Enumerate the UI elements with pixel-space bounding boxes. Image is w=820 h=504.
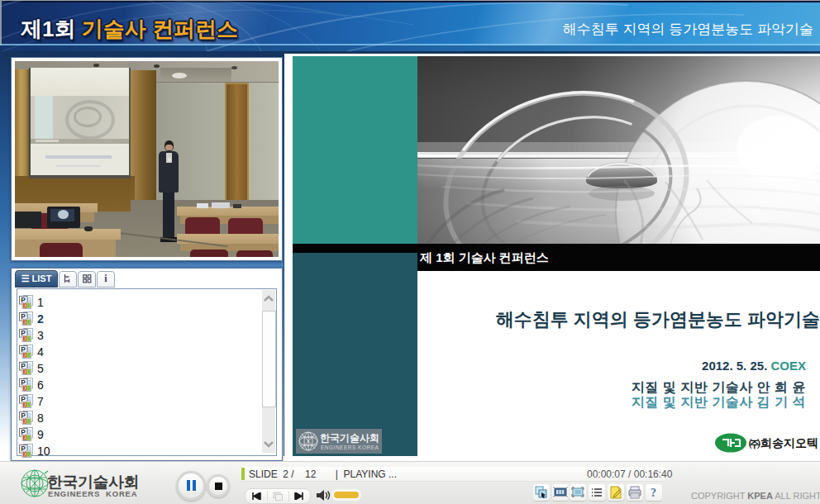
svg-text:?: ? [651,487,656,499]
svg-text:한국기술사회: 한국기술사회 [320,432,379,444]
svg-text:ENGINEERS KOREA: ENGINEERS KOREA [321,445,379,450]
svg-text:㈜희송지오텍: ㈜희송지오텍 [749,436,818,449]
